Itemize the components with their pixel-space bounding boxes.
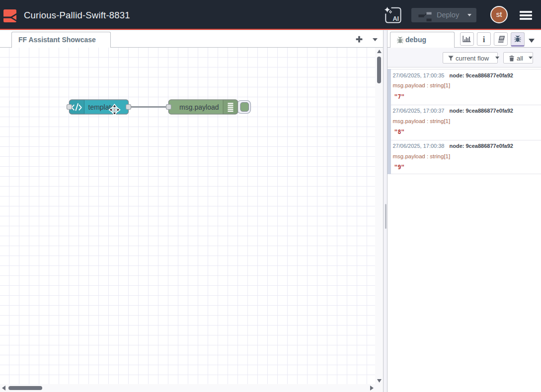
debug-clear-button[interactable]: all <box>503 52 533 64</box>
main-menu-button[interactable] <box>520 11 532 22</box>
user-avatar[interactable]: st <box>490 6 508 23</box>
burger-bar <box>520 14 532 16</box>
svg-text:i: i <box>483 35 485 43</box>
burger-bar <box>520 11 532 13</box>
flow-canvas[interactable]: template msg.payload <box>0 48 383 392</box>
deploy-label: Deploy <box>437 8 459 22</box>
debug-toggle-button[interactable] <box>237 101 251 114</box>
port-template-output[interactable] <box>126 105 131 110</box>
debug-message-timestamp: 27/06/2025, 17:00:38 <box>393 143 445 149</box>
sidebar-tabs-caret-icon[interactable] <box>529 39 535 43</box>
debug-message-meta: 27/06/2025, 17:00:38node: 9cea886877e0fa… <box>393 142 513 149</box>
scroll-up-icon <box>377 50 382 54</box>
svg-text:AI: AI <box>392 15 399 22</box>
filter-icon <box>448 56 454 61</box>
scroll-left-icon <box>2 386 6 391</box>
scroll-down-icon <box>377 379 382 383</box>
sidebar-tab-help[interactable] <box>494 32 508 46</box>
sidebar: debug i <box>387 30 541 392</box>
trash-icon <box>509 56 514 62</box>
flow-list-caret-icon[interactable] <box>373 38 378 41</box>
flow-tab-label: FF Assistant Showcase <box>18 36 110 44</box>
debug-message-timestamp: 27/06/2025, 17:00:35 <box>393 72 445 78</box>
clear-caret-icon <box>529 57 533 59</box>
node-debug[interactable]: msg.payload <box>169 100 238 114</box>
chart-icon <box>463 36 471 43</box>
instance-title: Curious-Pallid-Swift-8831 <box>24 1 130 30</box>
debug-message-value[interactable]: "9" <box>394 164 405 171</box>
debug-message-property[interactable]: msg.payload : string[1] <box>393 153 451 160</box>
debug-message[interactable]: 27/06/2025, 17:00:38node: 9cea886877e0fa… <box>391 140 541 175</box>
bug-icon <box>514 35 522 43</box>
sidebar-tab-dashboard[interactable] <box>460 32 474 46</box>
deploy-button[interactable]: Deploy <box>411 8 476 22</box>
flow-tab[interactable]: FF Assistant Showcase <box>11 32 111 48</box>
debug-message-value[interactable]: "8" <box>394 129 405 135</box>
debug-message-node: node: 9cea886877e0fa92 <box>449 108 513 114</box>
sidebar-tab-info[interactable]: i <box>477 32 491 46</box>
debug-filter-label: current flow <box>456 53 489 64</box>
debug-message-property[interactable]: msg.payload : string[1] <box>393 82 451 89</box>
deploy-options-caret-icon[interactable] <box>467 14 471 16</box>
sidebar-splitter[interactable] <box>383 30 387 392</box>
debug-message-meta: 27/06/2025, 17:00:35node: 9cea886877e0fa… <box>393 72 513 79</box>
port-debug-input[interactable] <box>166 105 171 110</box>
debug-filter-button[interactable]: current flow <box>443 52 498 64</box>
burger-bar <box>520 18 532 20</box>
debug-clear-label: all <box>517 53 523 64</box>
info-icon: i <box>481 35 486 43</box>
canvas-vertical-scrollbar[interactable] <box>375 48 383 384</box>
canvas-horizontal-scrollbar[interactable] <box>0 384 383 392</box>
debug-message-meta: 27/06/2025, 17:00:37node: 9cea886877e0fa… <box>393 107 513 114</box>
header: Curious-Pallid-Swift-8831 AI Deploy st <box>0 0 541 29</box>
debug-message[interactable]: 27/06/2025, 17:00:35node: 9cea886877e0fa… <box>391 69 541 105</box>
scroll-right-icon <box>370 386 374 391</box>
filter-caret-icon <box>495 57 499 59</box>
horizontal-scroll-thumb[interactable] <box>8 386 42 390</box>
add-flow-button[interactable] <box>356 36 363 43</box>
flowfuse-logo[interactable] <box>3 9 16 22</box>
debug-message-timestamp: 27/06/2025, 17:00:37 <box>393 108 445 114</box>
header-shadow-line <box>0 30 541 30</box>
port-template-input[interactable] <box>67 105 72 110</box>
sidebar-tab-debug-icon[interactable] <box>511 32 525 47</box>
sidebar-tab-debug[interactable]: debug <box>390 32 455 48</box>
debug-message-node: node: 9cea886877e0fa92 <box>449 143 513 149</box>
deploy-icon <box>417 11 432 22</box>
debug-message-value[interactable]: "7" <box>394 93 405 100</box>
sidebar-tab-debug-label: debug <box>405 36 426 44</box>
sidebar-tab-bar: debug i <box>387 30 541 48</box>
bug-icon <box>396 37 404 44</box>
debug-message-property[interactable]: msg.payload : string[1] <box>393 118 451 125</box>
debug-toolbar: current flow all <box>387 48 541 67</box>
book-icon <box>497 35 505 43</box>
sparkle-small-icon <box>389 10 392 13</box>
node-template[interactable]: template <box>70 100 129 114</box>
debug-message[interactable]: 27/06/2025, 17:00:37node: 9cea886877e0fa… <box>391 105 541 140</box>
workspace-tab-bar: FF Assistant Showcase <box>0 30 383 48</box>
debug-message-node: node: 9cea886877e0fa92 <box>449 72 513 78</box>
splitter-grip[interactable] <box>385 204 387 229</box>
ai-assistant-button[interactable]: AI <box>384 5 402 24</box>
node-debug-label: msg.payload <box>179 103 219 111</box>
vertical-scroll-thumb[interactable] <box>377 57 381 83</box>
